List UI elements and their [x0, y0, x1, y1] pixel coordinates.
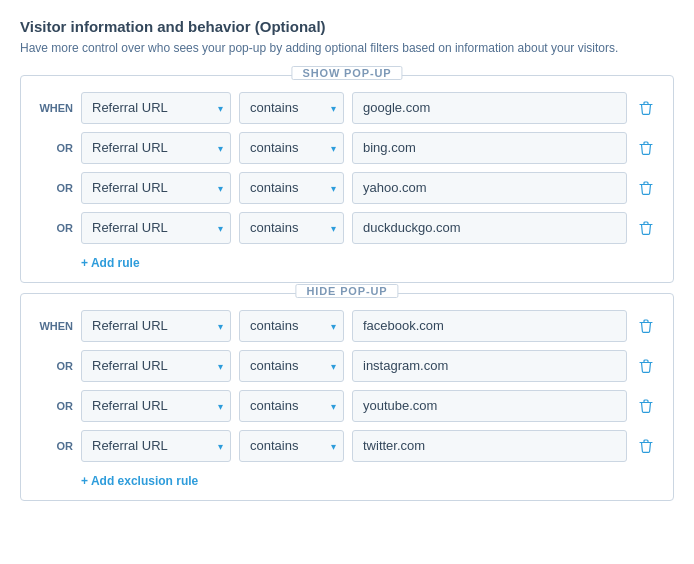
page-title: Visitor information and behavior (Option…: [20, 18, 674, 35]
add-show-rule-button[interactable]: + Add rule: [37, 252, 140, 270]
condition-select[interactable]: contains: [239, 310, 344, 342]
delete-rule-button[interactable]: [635, 218, 657, 238]
delete-rule-button[interactable]: [635, 316, 657, 336]
type-select[interactable]: Referral URL: [81, 172, 231, 204]
connector-label: WHEN: [37, 320, 73, 332]
type-select-wrapper: Referral URL▾: [81, 350, 231, 382]
connector-label: OR: [37, 182, 73, 194]
delete-rule-button[interactable]: [635, 138, 657, 158]
delete-rule-button[interactable]: [635, 98, 657, 118]
type-select[interactable]: Referral URL: [81, 430, 231, 462]
show-popup-label: SHOW POP-UP: [291, 66, 402, 80]
page-subtitle: Have more control over who sees your pop…: [20, 40, 674, 57]
condition-select[interactable]: contains: [239, 172, 344, 204]
type-select[interactable]: Referral URL: [81, 350, 231, 382]
delete-rule-button[interactable]: [635, 178, 657, 198]
connector-label: OR: [37, 360, 73, 372]
value-input[interactable]: [352, 212, 627, 244]
type-select-wrapper: Referral URL▾: [81, 172, 231, 204]
delete-rule-button[interactable]: [635, 396, 657, 416]
table-row: WHENReferral URL▾contains▾: [37, 310, 657, 342]
condition-select[interactable]: contains: [239, 92, 344, 124]
type-select[interactable]: Referral URL: [81, 132, 231, 164]
condition-select-wrapper: contains▾: [239, 430, 344, 462]
value-input[interactable]: [352, 310, 627, 342]
connector-label: OR: [37, 142, 73, 154]
delete-rule-button[interactable]: [635, 356, 657, 376]
condition-select-wrapper: contains▾: [239, 310, 344, 342]
show-popup-section: SHOW POP-UP WHENReferral URL▾contains▾ O…: [20, 75, 674, 283]
condition-select-wrapper: contains▾: [239, 350, 344, 382]
type-select[interactable]: Referral URL: [81, 92, 231, 124]
add-exclusion-rule-button[interactable]: + Add exclusion rule: [37, 470, 198, 488]
condition-select[interactable]: contains: [239, 390, 344, 422]
table-row: ORReferral URL▾contains▾: [37, 132, 657, 164]
condition-select-wrapper: contains▾: [239, 212, 344, 244]
condition-select-wrapper: contains▾: [239, 132, 344, 164]
table-row: ORReferral URL▾contains▾: [37, 430, 657, 462]
table-row: ORReferral URL▾contains▾: [37, 350, 657, 382]
type-select-wrapper: Referral URL▾: [81, 212, 231, 244]
value-input[interactable]: [352, 132, 627, 164]
value-input[interactable]: [352, 172, 627, 204]
value-input[interactable]: [352, 92, 627, 124]
delete-rule-button[interactable]: [635, 436, 657, 456]
type-select-wrapper: Referral URL▾: [81, 132, 231, 164]
type-select-wrapper: Referral URL▾: [81, 430, 231, 462]
table-row: ORReferral URL▾contains▾: [37, 390, 657, 422]
condition-select-wrapper: contains▾: [239, 172, 344, 204]
value-input[interactable]: [352, 430, 627, 462]
table-row: ORReferral URL▾contains▾: [37, 172, 657, 204]
connector-label: OR: [37, 222, 73, 234]
type-select[interactable]: Referral URL: [81, 212, 231, 244]
hide-popup-label: HIDE POP-UP: [295, 284, 398, 298]
value-input[interactable]: [352, 350, 627, 382]
type-select-wrapper: Referral URL▾: [81, 310, 231, 342]
type-select[interactable]: Referral URL: [81, 390, 231, 422]
condition-select[interactable]: contains: [239, 350, 344, 382]
hide-popup-section: HIDE POP-UP WHENReferral URL▾contains▾ O…: [20, 293, 674, 501]
condition-select[interactable]: contains: [239, 430, 344, 462]
condition-select-wrapper: contains▾: [239, 92, 344, 124]
connector-label: WHEN: [37, 102, 73, 114]
table-row: WHENReferral URL▾contains▾: [37, 92, 657, 124]
connector-label: OR: [37, 440, 73, 452]
connector-label: OR: [37, 400, 73, 412]
table-row: ORReferral URL▾contains▾: [37, 212, 657, 244]
type-select[interactable]: Referral URL: [81, 310, 231, 342]
value-input[interactable]: [352, 390, 627, 422]
condition-select[interactable]: contains: [239, 132, 344, 164]
condition-select[interactable]: contains: [239, 212, 344, 244]
type-select-wrapper: Referral URL▾: [81, 92, 231, 124]
condition-select-wrapper: contains▾: [239, 390, 344, 422]
type-select-wrapper: Referral URL▾: [81, 390, 231, 422]
